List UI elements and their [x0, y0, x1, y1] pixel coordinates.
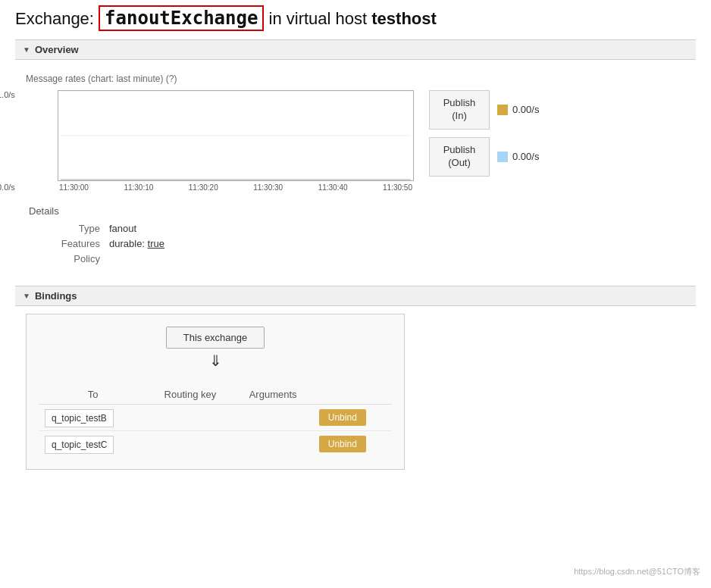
queue-name-cell: q_topic_testB [39, 405, 147, 431]
routing-key-cell [147, 405, 233, 431]
arguments-cell [233, 431, 312, 458]
bindings-diagram: This exchange ⇓ [39, 327, 392, 373]
type-row: Type fanout [49, 223, 685, 234]
publish-in-color-box [497, 105, 508, 115]
queue-name-cell: q_topic_testC [39, 431, 147, 458]
bindings-section-header: ▼ Bindings [15, 286, 696, 306]
chart-y-labels: 1.0/s 0.0/s [0, 90, 15, 192]
bindings-table: To Routing key Arguments q_topic_testB U… [39, 385, 392, 457]
policy-row: Policy [49, 253, 685, 264]
col-routing-key: Routing key [147, 385, 233, 405]
details-section: Details Type fanout Features durable: tr… [26, 205, 685, 264]
features-label: Features [49, 238, 109, 249]
arrow-down: ⇓ [209, 352, 222, 370]
unbind-cell: Unbind [313, 405, 392, 431]
overview-body: Message rates (chart: last minute) (?) 1… [15, 67, 696, 286]
publish-in-row: Publish(In) 0.00/s [429, 90, 539, 130]
col-action [313, 385, 392, 405]
chart-container [58, 90, 414, 181]
col-to: To [39, 385, 147, 405]
message-rates-label: Message rates (chart: last minute) (?) [26, 74, 685, 84]
details-title: Details [26, 205, 685, 217]
arguments-cell [233, 405, 312, 431]
unbind-button-0[interactable]: Unbind [319, 409, 366, 426]
publish-out-rate: 0.00/s [497, 151, 539, 162]
policy-label: Policy [49, 253, 109, 264]
publish-out-color-box [497, 152, 508, 162]
title-prefix: Exchange: [15, 9, 94, 28]
exchange-name: fanoutExchange [99, 5, 264, 31]
page-title: Exchange: fanoutExchange in virtual host… [15, 8, 696, 29]
publish-buttons-area: Publish(In) 0.00/s Publish(Out) 0.00/s [429, 90, 539, 177]
overview-label: Overview [35, 44, 79, 55]
bindings-box: This exchange ⇓ To Routing key Arguments… [26, 314, 405, 470]
publish-in-rate: 0.00/s [497, 104, 539, 115]
this-exchange-box: This exchange [166, 327, 265, 349]
publish-in-button[interactable]: Publish(In) [429, 90, 490, 130]
routing-key-cell [147, 431, 233, 458]
col-arguments: Arguments [233, 385, 312, 405]
bindings-table-header: To Routing key Arguments [39, 385, 392, 405]
publish-out-row: Publish(Out) 0.00/s [429, 137, 539, 177]
bindings-collapse-triangle: ▼ [23, 292, 30, 300]
chart-x-labels: 11:30:00 11:30:10 11:30:20 11:30:30 11:3… [58, 183, 414, 192]
overview-section-header: ▼ Overview [15, 39, 696, 60]
table-row: q_topic_testC Unbind [39, 431, 392, 458]
features-value: durable: true [109, 238, 164, 249]
bindings-label: Bindings [35, 290, 77, 302]
type-value: fanout [109, 223, 136, 234]
features-row: Features durable: true [49, 238, 685, 249]
publish-out-button[interactable]: Publish(Out) [429, 137, 490, 177]
unbind-cell: Unbind [313, 431, 392, 458]
title-suffix: in virtual host testhost [269, 9, 437, 28]
chart-area: 1.0/s 0.0/s 11:30:00 11:30:10 11:30:20 1… [26, 90, 685, 192]
table-row: q_topic_testB Unbind [39, 405, 392, 431]
collapse-triangle: ▼ [23, 45, 30, 54]
unbind-button-1[interactable]: Unbind [319, 436, 366, 452]
details-table: Type fanout Features durable: true Polic… [49, 223, 685, 264]
type-label: Type [49, 223, 109, 234]
